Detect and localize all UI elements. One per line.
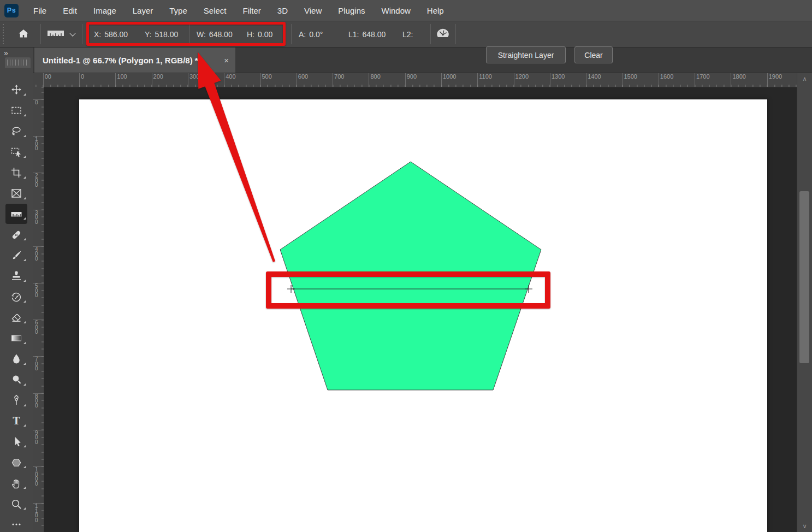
menu-select[interactable]: Select [195,0,235,21]
frame-icon [10,187,23,200]
ruler-tick: 3 0 0 [33,210,44,210]
scrollbar-thumb[interactable] [799,191,809,363]
document-canvas[interactable] [79,99,767,532]
photoshop-window: Ps FileEditImageLayerTypeSelectFilter3DV… [0,0,812,532]
ruler-tick: 900 [405,73,406,87]
options-divider [430,24,431,44]
tool-hand[interactable] [0,473,33,493]
chevron-down-icon [69,30,75,36]
options-divider [455,24,456,44]
flyout-indicator-icon [23,135,26,137]
move-icon [10,84,23,97]
ruler-tick: 2 0 0 [33,173,44,173]
hand-icon [10,477,23,490]
blur-icon [10,352,23,365]
tool-type[interactable]: T [0,411,33,431]
options-bar-grip[interactable] [3,24,6,44]
menu-help[interactable]: Help [419,0,452,21]
measurement-scale-icon[interactable] [435,27,451,43]
readout-l1: L1:648.00 [348,21,386,47]
tool-frame[interactable] [0,184,33,204]
ruler-tick: 1400 [586,73,586,87]
tab-close-icon[interactable]: × [224,56,229,65]
tool-path-selection[interactable] [0,431,33,452]
flyout-indicator-icon [23,238,26,240]
ruler-icon [10,208,23,221]
spot-healing-brush-icon [10,228,23,241]
menu-3d[interactable]: 3D [269,0,296,21]
vertical-ruler[interactable]: 01 0 02 0 03 0 04 0 05 0 06 0 07 0 08 0 … [33,87,44,532]
ruler-tick: 1 0 0 0 [33,466,44,467]
tool-zoom[interactable] [0,494,33,514]
tool-clone-stamp[interactable] [0,266,33,286]
tool-spot-healing-brush[interactable] [0,224,33,245]
flyout-indicator-icon [23,383,26,386]
flyout-indicator-icon [23,176,26,179]
tool-polygon-shape[interactable] [0,452,33,472]
home-button[interactable] [14,26,33,43]
toolbar-expand-button[interactable]: » [4,49,8,57]
tool-brush[interactable] [0,245,33,265]
tool-object-selection[interactable] [0,142,33,162]
toolbar-grip[interactable] [5,57,31,68]
crop-icon [10,166,23,179]
tool-blur[interactable] [0,349,33,369]
ruler-tick: 0 [33,99,44,100]
flyout-indicator-icon [23,445,26,447]
tool-preset-dropdown[interactable] [47,27,80,42]
menu-type[interactable]: Type [161,0,195,21]
flyout-indicator-icon [23,300,26,303]
menu-plugins[interactable]: Plugins [330,0,373,21]
ruler-tick: 1200 [514,73,514,87]
lasso-icon [10,125,23,138]
polygon-shape-icon [10,456,23,469]
tool-gradient[interactable] [0,328,33,348]
flyout-indicator-icon [23,217,26,220]
tool-pen[interactable] [0,391,33,411]
tool-crop[interactable] [0,163,33,183]
ruler-tick: 9 0 0 [33,430,44,430]
document-tab[interactable]: Untitled-1 @ 66.7% (Polygon 1, RGB/8) * … [34,48,235,73]
document-tab-title: Untitled-1 @ 66.7% (Polygon 1, RGB/8) * [43,56,198,65]
menu-window[interactable]: Window [373,0,418,21]
photoshop-logo-icon: Ps [4,4,19,17]
home-icon [17,27,30,42]
menu-view[interactable]: View [296,0,330,21]
menu-items: FileEditImageLayerTypeSelectFilter3DView… [25,0,452,21]
menu-image[interactable]: Image [85,0,125,21]
tool-dodge[interactable] [0,370,33,390]
ruler-tick: 1300 [550,73,550,87]
flyout-indicator-icon [23,93,26,96]
clear-button[interactable]: Clear [574,46,613,63]
tool-move[interactable] [0,80,33,100]
tool-lasso[interactable] [0,121,33,141]
options-divider [291,24,292,44]
tool-rectangular-marquee[interactable] [0,101,33,121]
tool-edit-toolbar[interactable] [0,515,33,532]
menu-edit[interactable]: Edit [55,0,85,21]
zoom-icon [10,498,23,511]
tool-eraser[interactable] [0,308,33,328]
flyout-indicator-icon [23,321,26,323]
tool-history-brush[interactable] [0,287,33,307]
menu-file[interactable]: File [25,0,55,21]
menu-bar: Ps FileEditImageLayerTypeSelectFilter3DV… [0,0,812,21]
ruler-tick: 200 [152,73,152,87]
scroll-down-icon[interactable]: ∨ [797,523,812,530]
vertical-scrollbar[interactable]: ∧ ∨ [797,73,812,532]
clone-stamp-icon [10,270,23,283]
object-selection-icon [10,145,23,158]
menu-layer[interactable]: Layer [125,0,162,21]
straighten-layer-button[interactable]: Straighten Layer [486,46,566,63]
tool-ruler[interactable] [0,204,33,224]
flyout-indicator-icon [23,280,26,282]
flyout-indicator-icon [23,507,26,510]
readout-a: A:0.0° [299,21,323,47]
ruler-tick: 0 [79,73,80,87]
horizontal-ruler[interactable]: 0001002003004005006007008009001000110012… [33,73,797,87]
menu-filter[interactable]: Filter [235,0,269,21]
ruler-tick: 1800 [731,73,731,87]
gradient-icon [10,332,23,345]
ruler-tick: 1500 [623,73,623,87]
scroll-up-icon[interactable]: ∧ [797,75,812,82]
